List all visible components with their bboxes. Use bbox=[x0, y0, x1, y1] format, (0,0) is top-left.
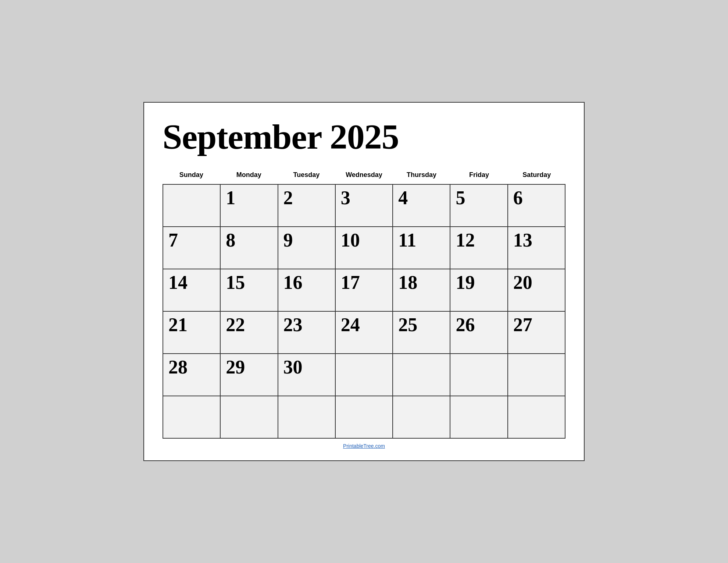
calendar-cell[interactable] bbox=[393, 396, 450, 439]
calendar-cell[interactable]: 23 bbox=[278, 312, 336, 354]
date-number: 1 bbox=[226, 188, 235, 208]
date-number: 13 bbox=[513, 231, 532, 250]
calendar-cell[interactable]: 19 bbox=[450, 269, 508, 312]
calendar-container: SundayMondayTuesdayWednesdayThursdayFrid… bbox=[163, 167, 565, 439]
calendar-cell[interactable]: 29 bbox=[221, 354, 278, 396]
calendar-cell[interactable]: 11 bbox=[393, 227, 450, 269]
calendar-cell[interactable]: 14 bbox=[163, 269, 221, 312]
calendar-cell[interactable]: 16 bbox=[278, 269, 336, 312]
calendar-cell[interactable]: 6 bbox=[508, 185, 565, 227]
calendar-cell[interactable]: 24 bbox=[336, 312, 393, 354]
calendar-cell[interactable] bbox=[278, 396, 336, 439]
date-number: 25 bbox=[398, 315, 417, 334]
date-number: 28 bbox=[168, 358, 188, 377]
calendar-cell[interactable]: 17 bbox=[336, 269, 393, 312]
date-number: 21 bbox=[168, 315, 188, 334]
calendar-cell[interactable]: 4 bbox=[393, 185, 450, 227]
day-header-monday: Monday bbox=[220, 167, 278, 184]
calendar-cell[interactable] bbox=[336, 396, 393, 439]
calendar-cell[interactable]: 1 bbox=[221, 185, 278, 227]
date-number: 29 bbox=[226, 358, 245, 377]
date-number: 7 bbox=[168, 231, 178, 250]
calendar-cell[interactable]: 15 bbox=[221, 269, 278, 312]
day-header-sunday: Sunday bbox=[163, 167, 220, 184]
date-number: 3 bbox=[341, 188, 350, 208]
calendar-cell[interactable]: 30 bbox=[278, 354, 336, 396]
calendar-cell[interactable]: 2 bbox=[278, 185, 336, 227]
date-number: 15 bbox=[226, 273, 245, 292]
calendar-cell[interactable]: 13 bbox=[508, 227, 565, 269]
date-number: 24 bbox=[341, 315, 360, 334]
calendar-cell[interactable]: 7 bbox=[163, 227, 221, 269]
date-number: 23 bbox=[283, 315, 303, 334]
calendar-cell[interactable]: 25 bbox=[393, 312, 450, 354]
date-number: 22 bbox=[226, 315, 245, 334]
calendar-cell[interactable] bbox=[508, 396, 565, 439]
calendar-grid: 1234567891011121314151617181920212223242… bbox=[163, 184, 565, 439]
calendar-cell[interactable]: 9 bbox=[278, 227, 336, 269]
date-number: 20 bbox=[513, 273, 532, 292]
date-number: 19 bbox=[456, 273, 475, 292]
calendar-cell[interactable] bbox=[163, 185, 221, 227]
day-header-thursday: Thursday bbox=[393, 167, 450, 184]
calendar-cell[interactable] bbox=[163, 396, 221, 439]
date-number: 30 bbox=[283, 358, 303, 377]
day-header-saturday: Saturday bbox=[508, 167, 565, 184]
footer-link[interactable]: PrintableTree.com bbox=[343, 443, 385, 449]
date-number: 17 bbox=[341, 273, 360, 292]
date-number: 14 bbox=[168, 273, 188, 292]
calendar-cell[interactable] bbox=[393, 354, 450, 396]
calendar-cell[interactable] bbox=[508, 354, 565, 396]
calendar-cell[interactable]: 18 bbox=[393, 269, 450, 312]
calendar-cell[interactable]: 20 bbox=[508, 269, 565, 312]
day-header-wednesday: Wednesday bbox=[335, 167, 393, 184]
calendar-cell[interactable]: 22 bbox=[221, 312, 278, 354]
date-number: 2 bbox=[283, 188, 293, 208]
calendar-cell[interactable]: 10 bbox=[336, 227, 393, 269]
date-number: 18 bbox=[398, 273, 417, 292]
calendar-cell[interactable] bbox=[221, 396, 278, 439]
date-number: 8 bbox=[226, 231, 235, 250]
calendar-cell[interactable]: 5 bbox=[450, 185, 508, 227]
date-number: 9 bbox=[283, 231, 293, 250]
calendar-cell[interactable]: 21 bbox=[163, 312, 221, 354]
day-header-friday: Friday bbox=[450, 167, 508, 184]
calendar-cell[interactable]: 12 bbox=[450, 227, 508, 269]
calendar-title: September 2025 bbox=[163, 117, 565, 156]
date-number: 11 bbox=[398, 231, 416, 250]
footer: PrintableTree.com bbox=[163, 443, 565, 449]
date-number: 5 bbox=[456, 188, 465, 208]
date-number: 27 bbox=[513, 315, 532, 334]
calendar-cell[interactable]: 3 bbox=[336, 185, 393, 227]
calendar-cell[interactable]: 27 bbox=[508, 312, 565, 354]
date-number: 4 bbox=[398, 188, 408, 208]
date-number: 12 bbox=[456, 231, 475, 250]
date-number: 6 bbox=[513, 188, 523, 208]
date-number: 10 bbox=[341, 231, 360, 250]
day-headers-row: SundayMondayTuesdayWednesdayThursdayFrid… bbox=[163, 167, 565, 184]
date-number: 16 bbox=[283, 273, 303, 292]
calendar-cell[interactable] bbox=[336, 354, 393, 396]
calendar-cell[interactable] bbox=[450, 396, 508, 439]
date-number: 26 bbox=[456, 315, 475, 334]
calendar-cell[interactable]: 28 bbox=[163, 354, 221, 396]
calendar-page: September 2025 SundayMondayTuesdayWednes… bbox=[143, 102, 585, 461]
day-header-tuesday: Tuesday bbox=[278, 167, 335, 184]
calendar-cell[interactable]: 8 bbox=[221, 227, 278, 269]
calendar-cell[interactable]: 26 bbox=[450, 312, 508, 354]
calendar-cell[interactable] bbox=[450, 354, 508, 396]
